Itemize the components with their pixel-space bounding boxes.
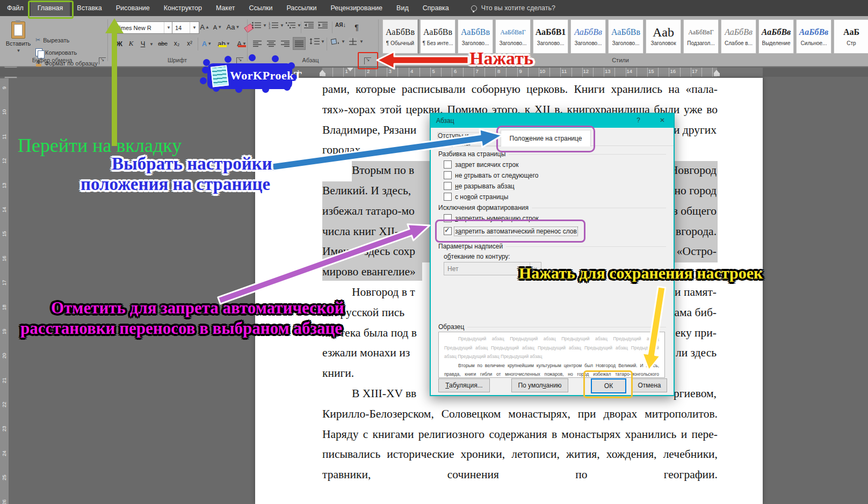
style-card[interactable]: АаБбВв ¶ Обычный (382, 19, 418, 54)
paragraph-dialog-launcher[interactable] (364, 57, 371, 64)
checkbox[interactable] (444, 214, 452, 222)
group-exceptions: Исключения форматирования (438, 204, 666, 211)
shading-button[interactable]: ▼ (330, 38, 345, 45)
checkbox[interactable] (444, 171, 452, 179)
align-right-button[interactable] (279, 38, 291, 49)
wrap-dropdown[interactable]: Нет ∨ (444, 262, 541, 275)
ruler-number: 8 (488, 68, 510, 74)
line-spacing-button[interactable]: ▼ (309, 38, 325, 45)
set-default-button[interactable]: По умолчанию (511, 378, 568, 392)
ruler-number: 13 (0, 181, 17, 189)
highlight-color-button[interactable]: ab ▼ (217, 38, 231, 49)
style-card[interactable]: АаБбВв Заголово... (608, 19, 643, 54)
menu-tab[interactable]: Вид (389, 0, 416, 16)
multilevel-list-button[interactable]: ▼ (286, 21, 301, 29)
group-label-paragraph: Абзац (302, 57, 319, 63)
menu-tab[interactable]: Главная (31, 0, 70, 16)
horizontal-ruler: 2 1 1234567891011121314151617 (0, 68, 868, 77)
hanging-indent-marker[interactable] (320, 71, 326, 77)
style-card[interactable]: АаБбВ1 Заголово... (533, 19, 568, 54)
checkbox-row[interactable]: запретить автоматический перенос слов (444, 227, 577, 236)
style-card[interactable]: Аab Заголовок (646, 19, 681, 54)
align-left-icon (253, 40, 262, 47)
clipboard-dialog-launcher[interactable] (99, 57, 106, 64)
checkbox[interactable] (444, 160, 452, 169)
group-textbox-options: Параметры надписей (438, 243, 666, 250)
checkbox[interactable] (444, 227, 452, 235)
paste-button[interactable]: Вставить ▼ (4, 19, 32, 55)
menu-tab[interactable]: Ссылки (242, 0, 279, 16)
menu-tab[interactable]: Вставка (70, 0, 108, 16)
superscript-button[interactable]: x² (184, 38, 196, 49)
dialog-help-button[interactable]: ? (636, 116, 640, 124)
ruler-number: 14 (0, 206, 17, 214)
cancel-button[interactable]: Отмена (632, 378, 667, 392)
clipboard-small-button[interactable]: Копировать (35, 48, 77, 56)
ruler-number: 2 (358, 68, 380, 74)
numbering-button[interactable]: 123 ▼ (269, 21, 284, 29)
shrink-font-button[interactable]: А▼ (212, 21, 223, 33)
checkbox[interactable] (444, 193, 452, 201)
tab-line-page-breaks[interactable]: Положение на странице (501, 130, 591, 147)
underline-button[interactable]: Ч (138, 38, 148, 49)
checkbox-row[interactable]: не разрывать абзац (444, 181, 538, 191)
clipboard-small-button[interactable]: ✂ Вырезать (35, 36, 69, 43)
font-size-combo[interactable]: 14▼ (172, 21, 199, 34)
decrease-indent-button[interactable] (304, 21, 315, 29)
line-spacing-icon (309, 38, 320, 45)
font-name-combo[interactable]: Times New R▼ (113, 21, 173, 34)
style-card[interactable]: АаБбВв Заголово... (458, 19, 493, 54)
justify-button[interactable] (293, 38, 305, 49)
checkbox-row[interactable]: запрет висячих строк (444, 160, 538, 169)
bullets-button[interactable]: ▼ (251, 21, 267, 29)
dialog-title: Абзац (436, 117, 454, 125)
style-card[interactable]: АаБбВвГ Подзагол... (683, 19, 719, 54)
tabs-button[interactable]: Табуляция... (438, 378, 490, 392)
scissors-icon: ✂ (35, 36, 40, 43)
tell-me-search[interactable]: Что вы хотите сделать? (471, 4, 555, 12)
menu-tab[interactable]: Рассылки (279, 0, 323, 16)
style-card[interactable]: АаБбВв Заголово... (570, 19, 606, 54)
ok-button[interactable]: ОК (591, 378, 626, 393)
underline-chevron-icon[interactable]: ▼ (149, 42, 154, 47)
checkbox-row[interactable]: с новой страницы (444, 192, 538, 201)
show-marks-button[interactable]: ¶ (351, 21, 362, 33)
ruler-number: 25 (0, 473, 17, 482)
dialog-close-button[interactable]: ✕ (660, 116, 665, 124)
menu-tab[interactable]: Рисование (109, 0, 157, 16)
menu-tab[interactable]: Макет (209, 0, 242, 16)
menu-tab[interactable]: Справка (416, 0, 456, 16)
strikethrough-button[interactable]: abc (156, 38, 170, 49)
style-card[interactable]: АаБбВв ¶ Без инте... (420, 19, 455, 54)
change-case-button[interactable]: Аа▼ (226, 21, 241, 33)
menu-tab[interactable]: Конструктор (157, 0, 209, 16)
increase-indent-button[interactable] (318, 21, 329, 29)
menu-tab[interactable]: Рецензирование (324, 0, 390, 16)
ruler-number: 15 (640, 68, 662, 74)
style-card[interactable]: АаБбВв Слабое в... (721, 19, 756, 54)
align-center-button[interactable] (265, 38, 277, 49)
align-right-icon (281, 40, 290, 47)
ribbon: Вставить ▼ ✂ Вырезать Копировать Формат … (0, 16, 868, 67)
right-indent-marker[interactable] (714, 71, 720, 77)
preview-box: Предыдущий абзац Предыдущий абзац Предыд… (438, 332, 665, 378)
style-card[interactable]: АаБбВв Сильное... (796, 19, 831, 54)
checkbox-row[interactable]: не отрывать от следующего (444, 171, 538, 180)
italic-button[interactable]: К (126, 38, 136, 49)
style-card[interactable]: АаБ Стр (834, 19, 868, 54)
text-effects-button[interactable]: А▼ (201, 38, 213, 49)
borders-button[interactable]: ▼ (348, 38, 364, 45)
sort-button[interactable]: АЯ↓ (335, 21, 346, 28)
style-card[interactable]: АаБбВвГ Заголово... (495, 19, 531, 54)
align-left-button[interactable] (251, 38, 263, 49)
checkbox-row[interactable]: запретить нумерацию строк (444, 214, 577, 223)
bold-button[interactable]: Ж (114, 38, 125, 49)
checkbox[interactable] (444, 182, 452, 190)
grow-font-button[interactable]: А▲ (199, 21, 211, 33)
tab-indents-spacing[interactable]: Отступы и интервалы (437, 132, 502, 147)
menu-tab[interactable]: Файл (0, 0, 31, 16)
font-color-button[interactable]: А ▼ (235, 38, 248, 49)
first-line-indent-marker[interactable] (347, 68, 353, 75)
subscript-button[interactable]: x₂ (171, 38, 183, 49)
style-card[interactable]: АаБбВв Выделение (758, 19, 794, 54)
